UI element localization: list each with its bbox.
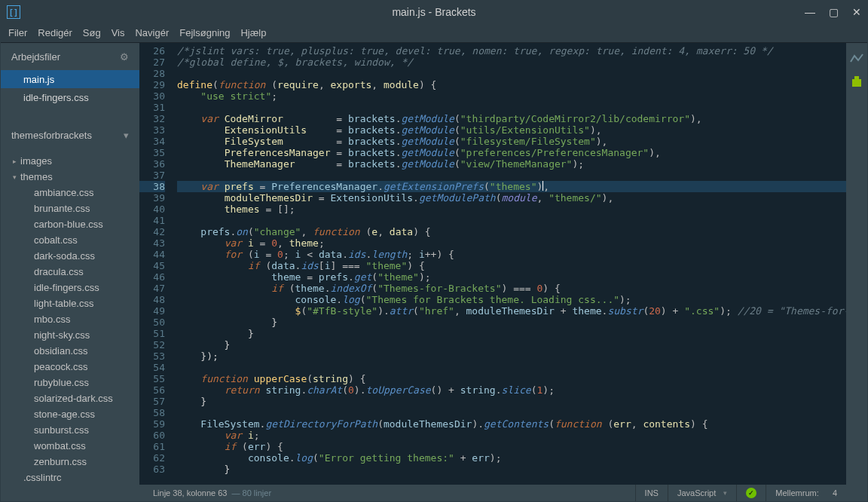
working-files-label: Arbejdsfiler — [11, 51, 60, 63]
file-item[interactable]: wombat.css — [1, 438, 139, 454]
menu-item[interactable]: Redigér — [38, 27, 72, 38]
svg-rect-1 — [854, 76, 859, 79]
live-preview-icon[interactable] — [850, 52, 863, 66]
menu-item[interactable]: Navigér — [135, 27, 169, 38]
menu-item[interactable]: Hjælp — [240, 27, 266, 38]
menu-item[interactable]: Søg — [83, 27, 101, 38]
status-cursor[interactable]: Linje 38, kolonne 63 — [153, 488, 227, 497]
file-item[interactable]: dark-soda.css — [1, 248, 139, 264]
file-item[interactable]: rubyblue.css — [1, 375, 139, 390]
file-item[interactable]: stone-age.css — [1, 406, 139, 422]
close-button[interactable]: ✕ — [852, 6, 861, 18]
status-insert-mode[interactable]: INS — [635, 485, 668, 501]
editor: 2627282930313233343536373839404142434445… — [139, 43, 846, 501]
minimize-button[interactable]: — — [805, 6, 815, 18]
file-tree: ▸images▾themesambiance.cssbrunante.cssca… — [1, 153, 139, 501]
file-item[interactable]: obsidian.css — [1, 343, 139, 359]
gutter: 2627282930313233343536373839404142434445… — [139, 43, 173, 485]
chevron-down-icon: ▾ — [124, 130, 129, 141]
extensions-icon[interactable] — [850, 75, 863, 88]
titlebar: [ ] main.js - Brackets — ▢ ✕ — [1, 1, 867, 23]
window-title: main.js - Brackets — [1, 6, 867, 18]
file-item[interactable]: cobalt.css — [1, 232, 139, 248]
right-toolbar — [846, 43, 867, 501]
project-header[interactable]: themesforbrackets ▾ — [1, 121, 139, 148]
file-item[interactable]: brunante.css — [1, 200, 139, 216]
status-indent[interactable]: Mellemrum: 4 — [766, 485, 846, 501]
file-item[interactable]: sunburst.css — [1, 422, 139, 438]
file-item[interactable]: peacock.css — [1, 359, 139, 375]
folder-item[interactable]: ▸images — [1, 153, 139, 169]
file-item[interactable]: zenburn.css — [1, 454, 139, 470]
file-item[interactable]: carbon-blue.css — [1, 216, 139, 232]
file-item[interactable]: idle-fingers.css — [1, 280, 139, 295]
gear-icon[interactable]: ⚙ — [120, 51, 129, 63]
app-icon: [ ] — [7, 5, 20, 19]
code-area[interactable]: /*jslint vars: true, plusplus: true, dev… — [173, 43, 846, 485]
status-lines: — 80 linjer — [231, 488, 271, 497]
menu-item[interactable]: Fejlsøgning — [179, 27, 230, 38]
file-item[interactable]: dracula.css — [1, 264, 139, 280]
file-item[interactable]: .csslintrc — [1, 470, 139, 485]
project-name: themesforbrackets — [11, 130, 92, 141]
menubar: FilerRedigérSøgVisNavigérFejlsøgningHjæl… — [1, 23, 867, 43]
file-item[interactable]: night-sky.css — [1, 327, 139, 343]
menu-item[interactable]: Filer — [8, 27, 27, 38]
working-files-header[interactable]: Arbejdsfiler ⚙ — [1, 43, 139, 70]
working-file-item[interactable]: idle-fingers.css — [1, 88, 139, 106]
svg-rect-0 — [852, 79, 861, 87]
file-item[interactable]: ambiance.css — [1, 185, 139, 200]
file-item[interactable]: mbo.css — [1, 311, 139, 327]
maximize-button[interactable]: ▢ — [829, 6, 839, 18]
status-language[interactable]: JavaScript▾ — [668, 485, 736, 501]
file-item[interactable]: light-table.css — [1, 295, 139, 311]
folder-item[interactable]: ▾themes — [1, 169, 139, 185]
statusbar: Linje 38, kolonne 63 — 80 linjer INS Jav… — [139, 485, 846, 501]
sidebar: Arbejdsfiler ⚙ main.jsidle-fingers.css t… — [1, 43, 139, 501]
working-files-list: main.jsidle-fingers.css — [1, 70, 139, 106]
working-file-item[interactable]: main.js — [1, 70, 139, 88]
file-item[interactable]: solarized-dark.css — [1, 390, 139, 406]
status-lint-ok[interactable]: ✓ — [736, 485, 766, 501]
menu-item[interactable]: Vis — [112, 27, 125, 38]
